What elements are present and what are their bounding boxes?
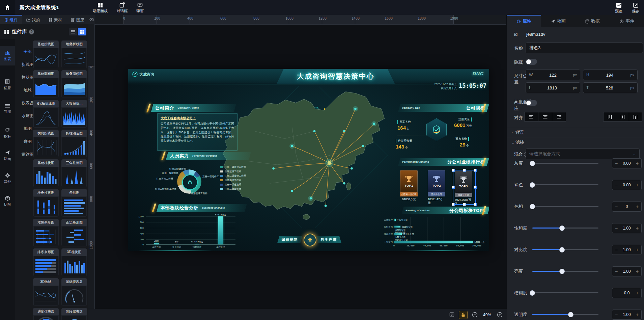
slider-track[interactable] [532, 206, 598, 207]
slider-track[interactable] [532, 314, 598, 315]
slider-thumb[interactable] [559, 225, 565, 231]
save-button[interactable]: 保存 [632, 1, 639, 14]
category-bim[interactable]: BIM [0, 191, 15, 211]
slider-track[interactable] [532, 228, 598, 229]
selection-handle[interactable] [452, 203, 455, 206]
slider-track[interactable] [532, 184, 598, 185]
card-stage-gauge[interactable]: 阶段仪表盘 [61, 308, 87, 320]
tab-data[interactable]: 数据 [576, 15, 610, 27]
slider-thumb[interactable] [530, 182, 535, 188]
selection-handle[interactable] [474, 203, 477, 206]
align-top-button[interactable] [603, 112, 616, 122]
selection-handle[interactable] [452, 169, 455, 172]
increment-button[interactable]: + [633, 269, 641, 274]
increment-button[interactable]: + [633, 247, 641, 252]
selection-handle[interactable] [474, 169, 477, 172]
width-input[interactable]: W 122 px [526, 70, 580, 80]
slider-track[interactable] [532, 163, 598, 164]
slider-thumb[interactable] [530, 290, 535, 296]
rank-card-top1[interactable]: TOP1 山西第一分公司 94000万元 [400, 170, 418, 201]
decrement-button[interactable]: − [612, 225, 620, 231]
increment-button[interactable]: + [633, 161, 641, 166]
dashboard-preview[interactable]: 大成咨询智慧决策中心 大成咨询 DNC 2025-11-07 星期五 农历九月十… [128, 69, 489, 251]
align-left-button[interactable] [524, 112, 538, 122]
tab-animation[interactable]: 动画 [541, 15, 576, 27]
slider-thumb[interactable] [559, 269, 565, 274]
hide-toggle[interactable] [526, 59, 537, 65]
tab-components[interactable]: 组件 [0, 15, 22, 24]
increment-button[interactable]: + [633, 312, 641, 317]
align-center-button[interactable] [538, 112, 552, 122]
increment-button[interactable]: + [633, 290, 641, 296]
help-icon[interactable]: ? [29, 29, 34, 34]
slider-track[interactable] [532, 271, 598, 272]
card-stack-area[interactable]: 堆叠面积图 [61, 70, 87, 98]
decrement-button[interactable]: − [612, 247, 620, 252]
selection-handle[interactable] [463, 203, 466, 206]
card-stack-horizontal-bar[interactable]: 堆叠条形图 [33, 219, 59, 246]
list-view-button[interactable] [69, 28, 77, 35]
align-middle-button[interactable] [616, 112, 629, 122]
top-input[interactable]: T 528 px [583, 82, 638, 93]
name-input[interactable]: 排名3 [526, 43, 643, 53]
category-metrics[interactable]: 指标 [0, 124, 15, 143]
ruler-corner[interactable] [88, 15, 95, 24]
slider-thumb[interactable] [559, 247, 565, 252]
zoom-out-button[interactable] [471, 311, 478, 319]
rank-card-top2[interactable]: TOP2 贵州分公司 10321.47万元 [428, 170, 445, 205]
align-bottom-button[interactable] [629, 112, 642, 122]
selection-handle[interactable] [474, 186, 477, 189]
card-basic-area[interactable]: 基础面积图 [33, 70, 59, 98]
grid-view-button[interactable] [78, 28, 86, 35]
decrement-button[interactable]: − [612, 269, 620, 274]
left-input[interactable]: L 1813 px [526, 82, 580, 93]
tab-mine[interactable]: 我的 [22, 15, 45, 24]
card-stack-line[interactable]: 堆叠折线图 [61, 41, 87, 68]
background-section[interactable]: › 背景 [507, 127, 644, 137]
card-bigdata-line[interactable]: 大数据折… [61, 100, 87, 128]
tab-layers[interactable]: 图层 [66, 15, 89, 24]
card-stack-bar[interactable]: 堆叠柱状图 [33, 189, 59, 217]
category-charts[interactable]: 图表 [0, 46, 15, 65]
decrement-button[interactable]: − [612, 312, 620, 317]
slider-track[interactable] [532, 292, 598, 293]
card-3d-bar[interactable]: 3D柱状图 [61, 248, 87, 276]
tab-materials[interactable]: 素材 [44, 15, 66, 24]
slider-thumb[interactable] [530, 161, 535, 166]
decrement-button[interactable]: − [612, 161, 620, 166]
autoheight-toggle[interactable] [526, 100, 537, 106]
card-progress-gauge[interactable]: 进度仪表盘 [33, 308, 59, 320]
card-3d-globe[interactable]: 3D地球 [33, 278, 59, 306]
slider-thumb[interactable] [530, 204, 535, 209]
category-animation[interactable]: 动画 [0, 146, 15, 165]
card-multi-x-line[interactable]: 多x轴折线图 [33, 100, 59, 128]
increment-button[interactable]: + [633, 182, 641, 188]
card-line-bar-mix[interactable]: 折柱混合图 [61, 130, 87, 157]
tab-properties[interactable]: 属性 [507, 15, 541, 27]
card-basic-line[interactable]: 基础折线图 [33, 41, 59, 68]
dialog-button[interactable]: 对话框 [116, 1, 128, 14]
height-input[interactable]: H 194 px [583, 70, 638, 80]
selection-handle[interactable] [463, 169, 466, 172]
slider-track[interactable] [532, 249, 598, 250]
dynamic-panel-button[interactable]: 动态面板 [93, 1, 108, 14]
card-horizontal-bars[interactable]: 条形图 [61, 189, 87, 217]
category-other[interactable]: 其他 [0, 169, 15, 188]
preview-button[interactable]: 预览 [615, 1, 622, 14]
decrement-button[interactable]: − [612, 204, 620, 209]
increment-button[interactable]: + [633, 225, 641, 231]
selection-box[interactable] [453, 170, 476, 205]
card-basic-gauge[interactable]: 基础仪表盘 [61, 278, 87, 306]
popup-button[interactable]: 弹窗 [136, 1, 144, 14]
category-info[interactable]: 信息 [0, 75, 15, 95]
align-right-button[interactable] [552, 112, 566, 122]
minimap-button[interactable] [448, 311, 455, 319]
tab-events[interactable]: 事件 [610, 15, 644, 27]
card-sorted-bar[interactable]: 排序条形图 [33, 248, 59, 276]
card-basic-bar[interactable]: 基础柱状图 [33, 159, 59, 187]
card-triangle-bar[interactable]: 三角柱状图 [61, 159, 87, 187]
card-horizontal-line[interactable]: 横向折线图 [33, 130, 59, 157]
filter-section[interactable]: ⌄ 滤镜 [507, 137, 644, 148]
lock-button[interactable] [459, 311, 468, 319]
home-button[interactable] [0, 0, 15, 15]
